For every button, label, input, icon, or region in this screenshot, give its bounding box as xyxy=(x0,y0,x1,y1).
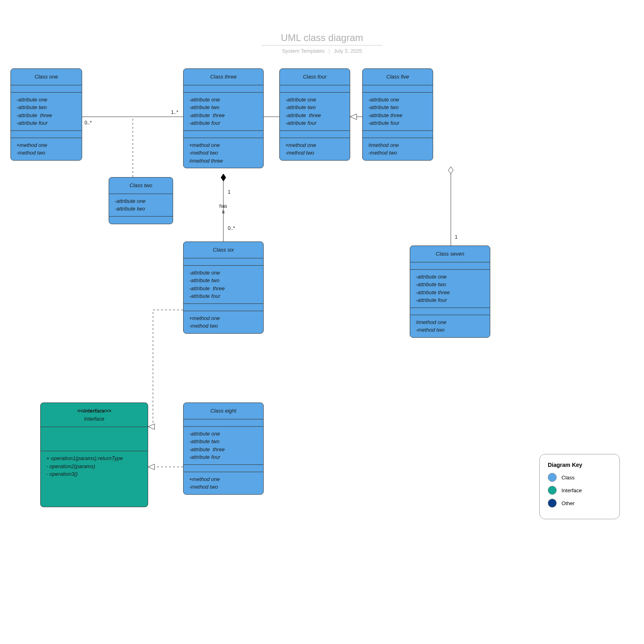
subtitle-right: July 3, 2025 xyxy=(334,48,362,54)
diagram-key: Diagram Key Class Interface Other xyxy=(539,454,620,519)
class-methods: +method one -method two xyxy=(280,138,350,160)
mult-three-six-top: 1 xyxy=(228,189,231,195)
subtitle-left: System Templates xyxy=(282,48,325,54)
class-one[interactable]: Class one -attribute one -attribute two … xyxy=(10,68,82,161)
rel-has-a: has a xyxy=(219,203,227,215)
class-methods: +method one -method two xyxy=(184,311,263,333)
legend-row-class: Class xyxy=(548,473,611,482)
mult-one-three-left: 0..* xyxy=(85,120,92,126)
class-attrs: -attribute one -attribute two -attribute… xyxy=(11,93,82,131)
class-two[interactable]: Class two -attribute one -attribute two xyxy=(109,177,173,224)
class-name: Class six xyxy=(213,247,234,253)
class-attrs: -attribute one -attribute two xyxy=(109,194,173,217)
interface-box[interactable]: <<interface>> Interface + operation1(par… xyxy=(40,402,148,507)
legend-row-other: Other xyxy=(548,499,611,508)
class-name: Class seven xyxy=(436,251,464,257)
class-methods: #method one -method two xyxy=(363,138,433,160)
class-methods: +method one -method two #method three xyxy=(184,138,263,168)
swatch-class-icon xyxy=(548,473,557,482)
class-three[interactable]: Class three -attribute one -attribute tw… xyxy=(183,68,264,168)
class-methods: +method one -method two xyxy=(184,472,263,494)
title-underline xyxy=(262,45,382,45)
class-attrs: -attribute one -attribute two -attribute… xyxy=(184,93,263,131)
class-eight[interactable]: Class eight -attribute one -attribute tw… xyxy=(183,402,264,495)
class-attrs: -attribute one -attribute two -attribute… xyxy=(363,93,433,131)
page-subtitle: System Templates | July 3, 2025 xyxy=(262,48,382,54)
mult-one-three-right: 1..* xyxy=(171,109,178,115)
legend-title: Diagram Key xyxy=(548,462,611,468)
class-five[interactable]: Class five -attribute one -attribute two… xyxy=(362,68,433,161)
subtitle-sep: | xyxy=(328,48,330,54)
class-name: Class two xyxy=(130,182,152,188)
mult-five-seven: 1 xyxy=(455,234,458,240)
class-four[interactable]: Class four -attribute one -attribute two… xyxy=(279,68,350,161)
class-attrs: -attribute one -attribute two -attribute… xyxy=(280,93,350,131)
class-name: Class one xyxy=(35,74,58,80)
interface-ops: + operation1(params):returnType - operat… xyxy=(41,451,148,481)
class-name: Class eight xyxy=(211,408,236,414)
legend-row-interface: Interface xyxy=(548,486,611,495)
class-methods: #method one -method two xyxy=(410,315,490,337)
class-attrs: -attribute one -attribute two -attribute… xyxy=(184,266,263,304)
class-six[interactable]: Class six -attribute one -attribute two … xyxy=(183,242,264,334)
class-attrs: -attribute one -attribute two -attribute… xyxy=(410,270,490,308)
diagram-canvas: UML class diagram System Templates | Jul… xyxy=(0,0,644,644)
class-methods: +method one -method two xyxy=(11,138,82,160)
class-name: Class three xyxy=(210,74,237,80)
mult-three-six-bot: 0..* xyxy=(228,225,235,231)
title-block: UML class diagram System Templates | Jul… xyxy=(262,32,382,54)
class-attrs: -attribute one -attribute two -attribute… xyxy=(184,427,263,465)
page-title: UML class diagram xyxy=(262,32,382,45)
swatch-interface-icon xyxy=(548,486,557,495)
class-name: Class four xyxy=(303,74,327,80)
interface-header: <<interface>> Interface xyxy=(41,403,148,427)
class-seven[interactable]: Class seven -attribute one -attribute tw… xyxy=(410,246,490,338)
class-name: Class five xyxy=(386,74,409,80)
swatch-other-icon xyxy=(548,499,557,508)
